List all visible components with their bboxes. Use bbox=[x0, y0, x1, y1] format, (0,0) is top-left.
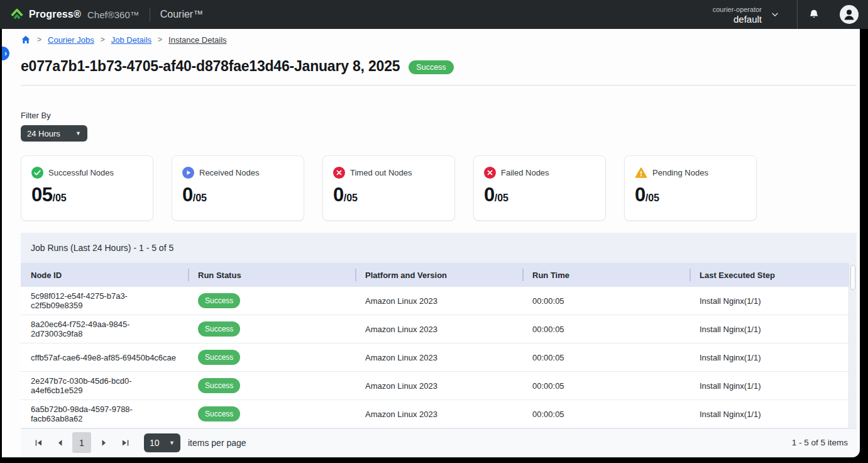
job-runs-table: Job Runs (Last 24 Hours) - 1 - 5 of 5 No… bbox=[21, 233, 857, 456]
breadcrumb-instance-details[interactable]: Instance Details bbox=[168, 35, 227, 45]
stat-value: 0/05 bbox=[484, 184, 595, 206]
cell-last-step: Install Nginx(1/1) bbox=[689, 410, 857, 419]
table-scrollbar[interactable] bbox=[849, 263, 857, 428]
cell-run-time: 00:00:05 bbox=[522, 325, 689, 334]
first-page-icon bbox=[34, 438, 43, 447]
table-row[interactable]: cffb57af-cae6-49e8-af85-69450b4c6cae Suc… bbox=[21, 343, 857, 372]
table-row[interactable]: 2e247b7c-030b-45d6-bcd0-a4ef6cb1e529 Suc… bbox=[21, 372, 857, 400]
cell-last-step: Install Nginx(1/1) bbox=[689, 353, 857, 362]
user-tenant: default bbox=[713, 14, 762, 25]
stat-label: Timed out Nodes bbox=[350, 168, 412, 177]
breadcrumb: > Courier Jobs > Job Details > Instance … bbox=[2, 29, 860, 45]
stat-card-received-nodes: Received Nodes 0/05 bbox=[172, 155, 304, 221]
title-divider bbox=[21, 85, 857, 86]
chevron-left-icon bbox=[57, 439, 63, 447]
chevron-right-icon bbox=[101, 439, 107, 447]
stat-card-pending-nodes: Pending Nodes 0/05 bbox=[624, 155, 757, 221]
breadcrumb-courier-jobs[interactable]: Courier Jobs bbox=[48, 35, 94, 45]
stat-value: 0/05 bbox=[182, 184, 294, 206]
chevron-down-icon[interactable] bbox=[771, 10, 779, 19]
brand-progress: Progress® bbox=[29, 9, 81, 20]
cell-last-step: Install Nginx(1/1) bbox=[689, 325, 857, 334]
cell-node-id: 2e247b7c-030b-45d6-bcd0-a4ef6cb1e529 bbox=[21, 376, 188, 395]
x-circle-icon bbox=[484, 167, 496, 179]
cell-node-id: 8a20ec64-f752-49aa-9845-2d73003c9fa8 bbox=[21, 320, 188, 338]
next-page-button[interactable] bbox=[95, 433, 113, 453]
scrollbar-thumb[interactable] bbox=[850, 265, 855, 290]
notifications-button[interactable] bbox=[798, 8, 830, 21]
column-header-last-step[interactable]: Last Executed Step bbox=[689, 263, 857, 287]
check-circle-icon bbox=[31, 167, 43, 179]
job-status-badge: Success bbox=[409, 60, 453, 74]
stats-cards: Successful Nodes 05/05 Received Nodes 0/… bbox=[21, 155, 860, 221]
items-per-page-label: items per page bbox=[188, 438, 246, 448]
previous-page-button[interactable] bbox=[51, 433, 69, 453]
time-range-select[interactable]: 24 Hours ▼ bbox=[21, 125, 87, 142]
main-content: › > Courier Jobs > Job Details > Instanc… bbox=[2, 29, 860, 457]
run-status-badge: Success bbox=[198, 321, 240, 337]
table-row[interactable]: 6a5b72b0-98da-4597-9788-facb63ab8a62 Suc… bbox=[21, 400, 857, 428]
progress-logo-icon bbox=[10, 8, 24, 21]
run-status-badge: Success bbox=[198, 406, 240, 421]
first-page-button[interactable] bbox=[30, 433, 47, 453]
warning-triangle-icon bbox=[635, 167, 647, 179]
last-page-button[interactable] bbox=[116, 433, 134, 453]
cell-platform: Amazon Linux 2023 bbox=[355, 325, 522, 334]
table-row[interactable]: 5c98f012-e54f-4275-b7a3-c2f5b09e8359 Suc… bbox=[21, 287, 857, 315]
page-number-button[interactable]: 1 bbox=[72, 432, 91, 453]
stat-label: Received Nodes bbox=[199, 168, 259, 177]
play-circle-icon bbox=[182, 167, 194, 179]
cell-last-step: Install Nginx(1/1) bbox=[689, 296, 857, 306]
brand-product: Courier™ bbox=[160, 9, 203, 20]
cell-platform: Amazon Linux 2023 bbox=[355, 410, 522, 419]
user-menu-button[interactable] bbox=[830, 5, 868, 24]
cell-node-id: 5c98f012-e54f-4275-b7a3-c2f5b09e8359 bbox=[21, 291, 188, 310]
stat-label: Failed Nodes bbox=[501, 168, 549, 177]
breadcrumb-separator: > bbox=[158, 35, 162, 44]
table-row[interactable]: 8a20ec64-f752-49aa-9845-2d73003c9fa8 Suc… bbox=[21, 315, 857, 343]
page-size-value: 10 bbox=[150, 438, 160, 448]
page-title: e077a7b1-1b73-4705-af40-d878fae13d46-Jan… bbox=[21, 58, 400, 75]
run-status-badge: Success bbox=[198, 350, 240, 365]
brand-chef: Chef®360™ bbox=[87, 9, 140, 20]
time-range-value: 24 Hours bbox=[27, 129, 60, 138]
stat-card-failed-nodes: Failed Nodes 0/05 bbox=[473, 155, 606, 221]
home-icon[interactable] bbox=[21, 35, 31, 45]
stat-value: 0/05 bbox=[635, 184, 746, 206]
breadcrumb-separator: > bbox=[37, 35, 41, 44]
top-navbar: Progress®Chef®360™ Courier™ courier-oper… bbox=[0, 0, 868, 29]
cell-run-time: 00:00:05 bbox=[522, 296, 689, 306]
user-role: courier-operator bbox=[713, 5, 762, 14]
stat-card-successful-nodes: Successful Nodes 05/05 bbox=[21, 155, 153, 221]
cell-platform: Amazon Linux 2023 bbox=[355, 296, 522, 306]
bell-icon bbox=[808, 8, 820, 21]
caret-down-icon: ▼ bbox=[75, 130, 81, 137]
cell-platform: Amazon Linux 2023 bbox=[355, 353, 522, 362]
stat-label: Pending Nodes bbox=[652, 168, 708, 177]
breadcrumb-job-details[interactable]: Job Details bbox=[111, 35, 151, 45]
items-range-label: 1 - 5 of 5 items bbox=[792, 438, 848, 447]
column-header-run-time[interactable]: Run Time bbox=[522, 263, 689, 287]
table-header-row: Node ID Run Status Platform and Version … bbox=[21, 263, 857, 287]
brand: Progress®Chef®360™ bbox=[10, 8, 140, 21]
page-size-select[interactable]: 10 ▼ bbox=[144, 433, 180, 452]
filter-by-label: Filter By bbox=[21, 111, 860, 120]
table-title: Job Runs (Last 24 Hours) - 1 - 5 of 5 bbox=[21, 233, 857, 263]
run-status-badge: Success bbox=[198, 293, 240, 308]
cell-last-step: Install Nginx(1/1) bbox=[689, 381, 857, 391]
x-circle-icon bbox=[333, 167, 345, 179]
column-header-run-status[interactable]: Run Status bbox=[188, 263, 355, 287]
cell-node-id: 6a5b72b0-98da-4597-9788-facb63ab8a62 bbox=[21, 404, 188, 423]
stat-label: Successful Nodes bbox=[48, 168, 114, 177]
stat-card-timed-out-nodes: Timed out Nodes 0/05 bbox=[322, 155, 455, 221]
cell-node-id: cffb57af-cae6-49e8-af85-69450b4c6cae bbox=[21, 353, 188, 362]
sidebar-expand-button[interactable]: › bbox=[2, 47, 9, 60]
navbar-divider bbox=[150, 8, 150, 21]
tenant-switcher[interactable]: courier-operator default bbox=[713, 5, 762, 25]
stat-value: 05/05 bbox=[31, 184, 143, 206]
column-header-platform[interactable]: Platform and Version bbox=[355, 263, 522, 287]
cell-run-time: 00:00:05 bbox=[522, 381, 689, 391]
avatar-icon bbox=[840, 5, 859, 24]
run-status-badge: Success bbox=[198, 378, 240, 393]
column-header-node-id[interactable]: Node ID bbox=[21, 263, 188, 287]
